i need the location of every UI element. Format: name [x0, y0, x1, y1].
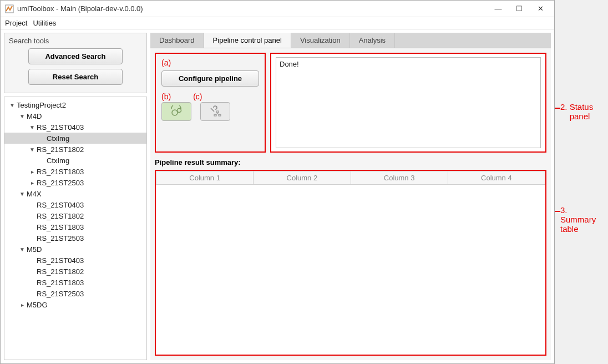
annotation-2: 2. Status panel	[560, 102, 593, 121]
tree-item[interactable]: ▼RS_21ST1802	[4, 144, 146, 155]
summary-label: Pipeline result summary:	[155, 158, 546, 166]
tree-item[interactable]: ▼M4D	[4, 110, 146, 122]
svg-rect-3	[216, 111, 219, 113]
tree-item[interactable]: RS_21ST0403	[4, 199, 146, 210]
maximize-button[interactable]: ☐	[510, 2, 529, 16]
column-header[interactable]: Column 3	[351, 171, 448, 185]
tree-item[interactable]: ▼TestingProject2	[4, 99, 146, 110]
tree-item-label: CtxImg	[47, 134, 69, 143]
configure-pipeline-button[interactable]: Configure pipeline	[161, 70, 259, 87]
tree-twisty-icon[interactable]: ▼	[9, 102, 16, 108]
tree-item-label: RS_21ST1802	[37, 212, 84, 220]
tree-item[interactable]: ▸RS_21ST1803	[4, 166, 146, 177]
tab-dashboard[interactable]: Dashboard	[150, 33, 204, 48]
tree-twisty-icon[interactable]: ▼	[29, 146, 36, 153]
tree-item-label: RS_21ST1803	[37, 223, 84, 231]
wrench-flow-icon	[207, 105, 223, 118]
app-icon	[5, 4, 14, 13]
tree-item[interactable]: ▼M4X	[4, 188, 146, 199]
titlebar: umIToolbox - Main (Bipolar-dev-v.0.0.0) …	[1, 1, 554, 17]
column-header[interactable]: Column 2	[254, 171, 351, 185]
tree-item-label: RS_21ST0403	[37, 201, 84, 209]
project-tree[interactable]: ▼TestingProject2▼M4D▼RS_21ST0403CtxImg▼R…	[4, 97, 147, 360]
tree-item[interactable]: RS_21ST1802	[4, 210, 146, 221]
search-panel-title: Search tools	[9, 37, 142, 45]
tree-item[interactable]: RS_21ST1803	[4, 277, 146, 288]
tree-item-label: M5D	[27, 245, 42, 254]
close-button[interactable]: ✕	[531, 2, 550, 16]
tree-item-label: RS_21ST0403	[37, 256, 84, 265]
tree-twisty-icon[interactable]: ▼	[19, 191, 26, 197]
tree-item[interactable]: ▸RS_21ST2503	[4, 177, 146, 188]
tab-analysis[interactable]: Analysis	[350, 33, 395, 48]
svg-point-1	[172, 110, 178, 115]
column-header[interactable]: Column 4	[448, 171, 545, 185]
annotation-3: 3. Summary table	[560, 205, 596, 234]
tab-visualization[interactable]: Visualization	[291, 33, 350, 48]
tree-item-label: RS_21ST1802	[37, 267, 84, 276]
svg-rect-4	[214, 114, 216, 116]
window-title: umIToolbox - Main (Bipolar-dev-v.0.0.0)	[17, 4, 489, 13]
tree-item-label: RS_21ST2503	[37, 234, 84, 242]
status-text: Done!	[276, 57, 541, 148]
gears-refresh-icon	[169, 105, 184, 118]
run-pipeline-button[interactable]	[161, 102, 191, 121]
tree-twisty-icon[interactable]: ▸	[29, 169, 36, 175]
tree-item-label: M4X	[27, 190, 42, 198]
sub-label-a: (a)	[161, 58, 259, 67]
tree-item[interactable]: ▸M5DG	[4, 299, 146, 310]
status-panel: Done!	[270, 53, 546, 153]
tab-pipeline-control-panel[interactable]: Pipeline control panel	[204, 33, 291, 48]
summary-table[interactable]: Column 1Column 2Column 3Column 4	[156, 171, 545, 185]
summary-table-wrap: Column 1Column 2Column 3Column 4	[155, 170, 546, 356]
tree-item-label: RS_21ST1803	[37, 279, 84, 287]
tree-item-label: RS_21ST1803	[37, 168, 84, 176]
tree-item-label: M5DG	[27, 301, 48, 309]
control-panel: (a) Configure pipeline (b) (c)	[155, 53, 266, 153]
tree-item-label: RS_21ST1802	[37, 145, 84, 154]
tree-twisty-icon[interactable]: ▼	[19, 113, 26, 119]
tree-item[interactable]: RS_21ST0403	[4, 255, 146, 266]
sub-label-c: (c)	[193, 92, 202, 101]
menubar: Project Utilities	[1, 17, 554, 29]
tree-item-label: RS_21ST2503	[37, 290, 84, 298]
tree-item[interactable]: RS_21ST2503	[4, 232, 146, 244]
pipeline-settings-button[interactable]	[200, 102, 230, 121]
tree-twisty-icon[interactable]: ▸	[29, 180, 36, 186]
tree-item[interactable]: ▼RS_21ST0403	[4, 122, 146, 133]
sub-label-b: (b)	[161, 92, 171, 101]
tab-bar: DashboardPipeline control panelVisualiza…	[150, 33, 551, 48]
tree-twisty-icon[interactable]: ▸	[19, 302, 26, 308]
tree-twisty-icon[interactable]: ▼	[19, 246, 26, 252]
tree-item[interactable]: RS_21ST1802	[4, 266, 146, 277]
tree-item[interactable]: ▼M5D	[4, 244, 146, 255]
tree-item[interactable]: RS_21ST1803	[4, 221, 146, 232]
reset-search-button[interactable]: Reset Search	[28, 69, 123, 85]
tree-item-label: RS_21ST2503	[37, 179, 84, 187]
tree-item-label: M4D	[27, 112, 42, 120]
tree-twisty-icon[interactable]: ▼	[29, 124, 36, 130]
tree-item[interactable]: CtxImg	[4, 155, 146, 166]
tree-item-label: TestingProject2	[17, 101, 66, 109]
menu-utilities[interactable]: Utilities	[33, 19, 56, 27]
tree-item-label: CtxImg	[47, 156, 69, 165]
menu-project[interactable]: Project	[5, 19, 27, 27]
minimize-button[interactable]: —	[489, 2, 508, 16]
column-header[interactable]: Column 1	[156, 171, 254, 185]
tree-item[interactable]: CtxImg	[4, 133, 146, 144]
tree-item[interactable]: RS_21ST2503	[4, 288, 146, 299]
svg-rect-5	[219, 114, 221, 116]
app-window: umIToolbox - Main (Bipolar-dev-v.0.0.0) …	[0, 0, 555, 364]
search-panel: Search tools Advanced Search Reset Searc…	[4, 33, 147, 93]
tree-item-label: RS_21ST0403	[37, 123, 84, 132]
advanced-search-button[interactable]: Advanced Search	[28, 48, 123, 64]
